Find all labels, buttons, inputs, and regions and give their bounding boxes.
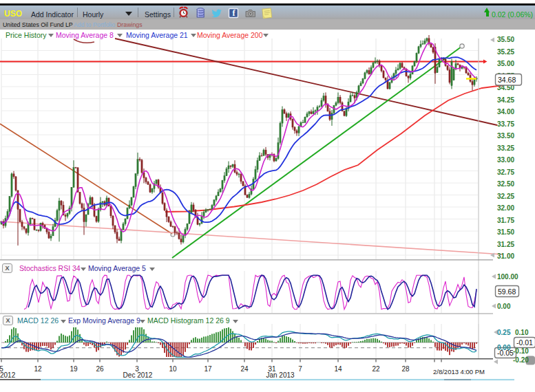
svg-text:-0.20: -0.20 xyxy=(513,356,529,364)
svg-text:33.75: 33.75 xyxy=(497,120,514,128)
svg-text:33.25: 33.25 xyxy=(497,144,514,152)
svg-text:-0.01: -0.01 xyxy=(516,338,533,347)
svg-text:100.00: 100.00 xyxy=(497,273,518,281)
svg-text:34.00: 34.00 xyxy=(497,108,514,116)
svg-text:31.00: 31.00 xyxy=(497,252,514,260)
svg-text:12: 12 xyxy=(34,365,42,373)
svg-text:35.00: 35.00 xyxy=(497,60,514,67)
svg-text:19: 19 xyxy=(70,365,78,373)
svg-text:2012: 2012 xyxy=(0,371,16,379)
svg-text:59.68: 59.68 xyxy=(498,287,516,296)
svg-text:0.25: 0.25 xyxy=(497,329,511,336)
svg-text:-0.10: -0.10 xyxy=(513,347,529,355)
svg-text:32.25: 32.25 xyxy=(497,193,514,200)
svg-text:33.50: 33.50 xyxy=(497,132,514,140)
svg-text:33.00: 33.00 xyxy=(497,156,514,164)
svg-text:2/8/2013 4:00 PM: 2/8/2013 4:00 PM xyxy=(433,368,485,375)
svg-text:26: 26 xyxy=(96,365,104,373)
svg-text:Jan 2013: Jan 2013 xyxy=(266,371,295,379)
svg-text:17: 17 xyxy=(204,365,212,373)
svg-text:35.25: 35.25 xyxy=(497,48,514,56)
svg-text:35.50: 35.50 xyxy=(497,36,514,43)
svg-text:32.50: 32.50 xyxy=(497,180,514,188)
svg-text:32.75: 32.75 xyxy=(497,168,514,176)
svg-text:14: 14 xyxy=(334,365,342,373)
svg-text:10: 10 xyxy=(169,365,177,373)
svg-text:31.25: 31.25 xyxy=(497,241,514,248)
svg-text:34.25: 34.25 xyxy=(497,96,514,104)
svg-text:24: 24 xyxy=(240,365,249,373)
svg-text:31.50: 31.50 xyxy=(497,228,514,236)
svg-text:7: 7 xyxy=(298,365,302,373)
svg-text:31.75: 31.75 xyxy=(497,217,514,224)
svg-text:0.00: 0.00 xyxy=(497,303,511,310)
svg-text:28: 28 xyxy=(401,365,410,373)
svg-text:22: 22 xyxy=(372,365,380,373)
svg-text:34.68: 34.68 xyxy=(498,76,516,84)
svg-text:0.00: 0.00 xyxy=(497,344,511,351)
svg-text:0.10: 0.10 xyxy=(515,329,529,336)
svg-text:Dec 2012: Dec 2012 xyxy=(123,371,153,379)
svg-text:32.00: 32.00 xyxy=(497,204,514,212)
